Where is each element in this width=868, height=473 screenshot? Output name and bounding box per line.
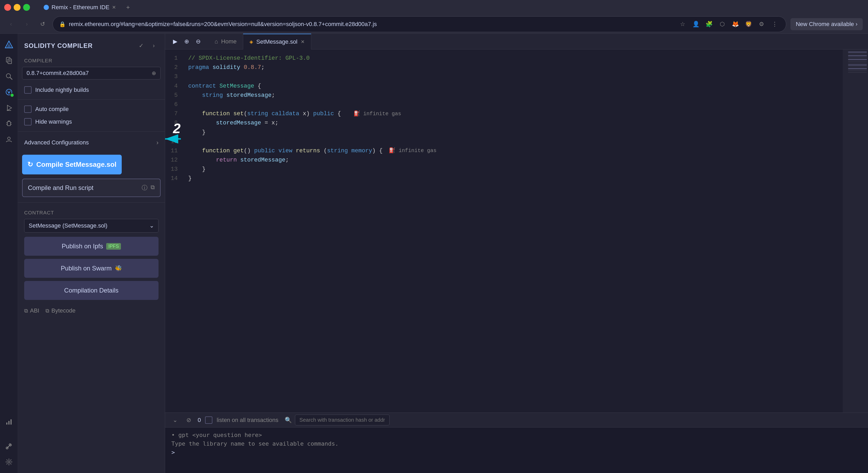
compiler-panel: SOLIDITY COMPILER ✓ › COMPILER 0.8.7+com… <box>18 34 165 473</box>
sidebar-item-deploy[interactable] <box>2 101 16 115</box>
line-num-2: 2 <box>165 63 182 72</box>
copy-icon[interactable]: ⧉ <box>151 184 155 192</box>
publish-swarm-button[interactable]: Publish on Swarm 🐝 <box>24 259 158 278</box>
sidebar-item-remix-logo[interactable] <box>2 38 16 52</box>
gas-indicator-7: ⛽ infinite gas <box>353 110 401 118</box>
auto-compile-row: Auto compile <box>18 103 165 116</box>
bytecode-copy-button[interactable]: ⧉ Bytecode <box>45 307 75 314</box>
new-tab-button[interactable]: + <box>123 3 133 12</box>
sidebar-item-debug[interactable] <box>2 117 16 130</box>
terminal-prompt-line[interactable]: > <box>172 449 862 455</box>
tab-close-button[interactable]: ✕ <box>112 4 116 10</box>
divider-2 <box>18 131 165 131</box>
zoom-out-icon[interactable]: ⊖ <box>193 37 203 46</box>
refresh-button[interactable]: ↺ <box>37 19 49 30</box>
compiler-version-row: 0.8.7+commit.e28d00a7 ⊕ <box>18 67 165 80</box>
auto-compile-checkbox[interactable] <box>24 106 32 113</box>
metamask-icon[interactable]: 🦊 <box>730 19 740 29</box>
terminal-no-entry-icon[interactable]: ⊘ <box>184 415 193 425</box>
minimap-line <box>848 63 867 64</box>
close-window-button[interactable] <box>4 4 11 11</box>
publish-ipfs-button[interactable]: Publish on Ipfs IPFS <box>24 237 158 256</box>
editor-area: ▶ ⊕ ⊖ ⌂ Home ◈ SetMessage.sol ✕ 1 <box>165 34 868 473</box>
minimap-line <box>848 52 867 53</box>
compile-run-label[interactable]: Compile and Run script <box>28 184 93 191</box>
terminal-gpt-line: • gpt <your question here> <box>172 432 862 438</box>
sidebar-item-search[interactable] <box>2 69 16 83</box>
chrome-update-banner[interactable]: New Chrome available › <box>790 18 863 30</box>
minimap-line <box>848 59 867 60</box>
code-line-3 <box>188 72 836 81</box>
abi-copy-button[interactable]: ⧉ ABI <box>24 307 39 314</box>
maximize-window-button[interactable] <box>23 4 30 11</box>
compile-button[interactable]: ↻ Compile SetMessage.sol <box>22 155 122 174</box>
line-num-14: 14 <box>165 174 182 183</box>
nightly-builds-checkbox[interactable] <box>24 86 32 94</box>
terminal-search-input[interactable] <box>295 415 390 425</box>
file-tab-close-button[interactable]: ✕ <box>301 39 305 45</box>
code-line-7: function set(string calldata x) public {… <box>188 109 836 118</box>
profile-icon[interactable]: 👤 <box>691 19 701 29</box>
bookmark-icon[interactable]: ☆ <box>678 19 688 29</box>
code-line-11: function get() public view returns (stri… <box>188 146 836 155</box>
compiler-version-text: 0.8.7+commit.e28d00a7 <box>27 70 89 77</box>
hide-warnings-checkbox[interactable] <box>24 118 32 125</box>
advanced-config-row[interactable]: Advanced Configurations › <box>18 135 165 150</box>
abi-bytecode-row: ⧉ ABI ⧉ Bytecode <box>18 307 165 318</box>
traffic-lights <box>4 4 30 11</box>
ethereum-extension-icon[interactable]: ⬡ <box>717 19 727 29</box>
active-tab[interactable]: Remix - Ethereum IDE ✕ <box>38 2 121 13</box>
terminal-collapse-icon[interactable]: ⌄ <box>170 415 180 425</box>
line-numbers: 1 2 3 4 5 6 7 8 9 10 11 12 13 14 <box>165 50 182 413</box>
svg-line-7 <box>10 77 12 80</box>
line-num-1: 1 <box>165 54 182 63</box>
compiler-version-chevron: ⊕ <box>152 70 156 76</box>
code-line-13: } <box>188 165 836 174</box>
menu-icon[interactable]: ⋮ <box>770 19 780 29</box>
terminal-search-icon[interactable]: 🔍 <box>285 417 292 423</box>
extension-icon[interactable]: 🧩 <box>704 19 714 29</box>
compile-check-icon[interactable]: ✓ <box>136 41 146 51</box>
minimap-line <box>848 64 867 65</box>
sidebar-item-settings[interactable] <box>2 455 16 469</box>
svg-point-19 <box>8 137 10 140</box>
zoom-in-icon[interactable]: ⊕ <box>182 37 191 46</box>
panel-expand-icon[interactable]: › <box>149 41 158 51</box>
bytecode-label: Bytecode <box>51 307 75 314</box>
compiler-version-select[interactable]: 0.8.7+commit.e28d00a7 ⊕ <box>22 67 161 80</box>
terminal-toolbar: ⌄ ⊘ 0 listen on all transactions 🔍 <box>165 413 868 427</box>
more-extensions-icon[interactable]: ⚙ <box>756 19 767 29</box>
panel-header-icons: ✓ › <box>136 41 158 51</box>
svg-rect-12 <box>7 122 10 126</box>
contract-section: CONTRACT SetMessage (SetMessage.sol) ⌄ P… <box>18 206 165 307</box>
compilation-details-button[interactable]: Compilation Details <box>24 281 158 300</box>
sidebar-item-compiler[interactable] <box>2 85 16 99</box>
abi-copy-icon: ⧉ <box>24 308 28 314</box>
code-line-5: string storedMessage; <box>188 91 836 100</box>
compile-button-label: Compile SetMessage.sol <box>36 160 117 169</box>
home-tab[interactable]: ⌂ Home <box>208 34 243 50</box>
sidebar-item-files[interactable] <box>2 54 16 67</box>
back-button[interactable]: ‹ <box>5 19 17 30</box>
sidebar-item-tools[interactable] <box>2 439 16 453</box>
run-button[interactable]: ▶ <box>170 37 180 46</box>
forward-button[interactable]: › <box>21 19 33 30</box>
terminal-help-text: Type the library name to see available c… <box>172 440 339 447</box>
terminal-content: • gpt <your question here> Type the libr… <box>165 427 868 462</box>
contract-select[interactable]: SetMessage (SetMessage.sol) ⌄ <box>24 219 158 233</box>
bytecode-copy-icon: ⧉ <box>45 308 49 314</box>
line-num-6: 6 <box>165 100 182 109</box>
sidebar-item-analytics[interactable] <box>2 415 16 429</box>
minimize-window-button[interactable] <box>14 4 21 11</box>
file-tab[interactable]: ◈ SetMessage.sol ✕ <box>243 34 311 50</box>
brave-icon[interactable]: 🦁 <box>743 19 753 29</box>
listen-transactions-checkbox[interactable] <box>205 416 212 424</box>
tab-favicon <box>44 5 49 10</box>
editor-scrollbar[interactable] <box>843 50 847 413</box>
address-bar-icons: ☆ 👤 🧩 ⬡ 🦊 🦁 ⚙ ⋮ <box>678 19 780 29</box>
url-bar[interactable]: 🔒 remix.ethereum.org/#lang=en&optimize=f… <box>53 16 786 32</box>
sidebar-item-plugins[interactable] <box>2 132 16 146</box>
line-num-5: 5 <box>165 91 182 100</box>
code-content[interactable]: // SPDX-License-Identifier: GPL-3.0 prag… <box>182 50 843 413</box>
info-icon[interactable]: ⓘ <box>142 184 148 192</box>
